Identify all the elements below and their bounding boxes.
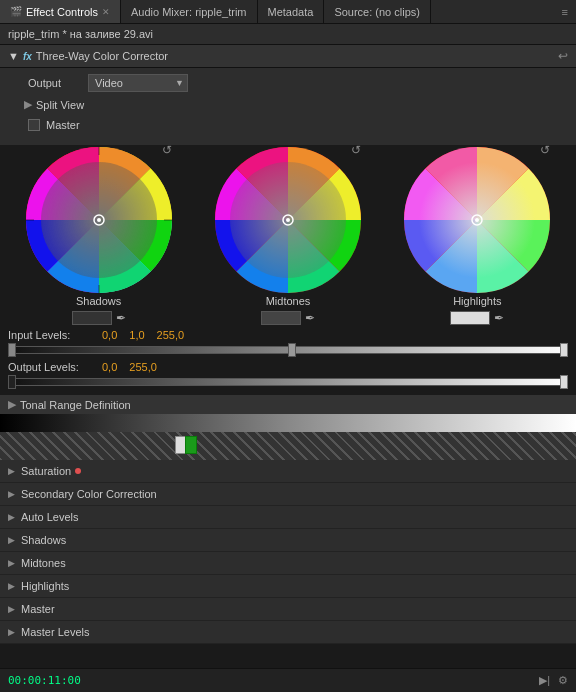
input-levels-label: Input Levels: (8, 329, 98, 341)
split-view-row[interactable]: ▶ Split View (8, 98, 568, 111)
effect-name: Three-Way Color Corrector (36, 50, 558, 62)
highlights-swatch-row: ✒ (450, 311, 504, 325)
master-checkbox[interactable] (28, 119, 40, 131)
master-levels-collapse-icon[interactable]: ▶ (8, 627, 15, 637)
midtones-color-swatch[interactable] (261, 311, 301, 325)
tab-menu-button[interactable]: ≡ (554, 6, 576, 18)
section-item-auto-levels[interactable]: ▶ Auto Levels (0, 506, 576, 529)
highlights-color-wheel[interactable] (402, 145, 552, 295)
section-item-shadows[interactable]: ▶ Shadows (0, 529, 576, 552)
master-section-label: Master (21, 603, 55, 615)
tonal-controls-strip[interactable] (0, 432, 576, 460)
tonal-handle-midtones-left[interactable] (185, 436, 197, 454)
input-handle-right[interactable] (560, 343, 568, 357)
tonal-range-header[interactable]: ▶ Tonal Range Definition (0, 395, 576, 414)
play-to-out-icon[interactable]: ▶| (539, 674, 550, 687)
auto-levels-label: Auto Levels (21, 511, 78, 523)
midtones-section-label: Midtones (21, 557, 66, 569)
section-item-master[interactable]: ▶ Master (0, 598, 576, 621)
midtones-swatch-row: ✒ (261, 311, 315, 325)
tonal-gradient-bar (0, 414, 576, 432)
midtones-eyedropper-icon[interactable]: ✒ (305, 311, 315, 325)
clip-file: на заливе 29.avi (70, 28, 153, 40)
tonal-range-section: ▶ Tonal Range Definition (0, 395, 576, 460)
input-handle-left[interactable] (8, 343, 16, 357)
output-levels-row: Output Levels: 0,0 255,0 (8, 361, 568, 373)
section-item-highlights[interactable]: ▶ Highlights (0, 575, 576, 598)
saturation-dot (75, 468, 81, 474)
midtones-color-wheel[interactable] (213, 145, 363, 295)
input-level-0[interactable]: 0,0 (102, 329, 117, 341)
tab-label-source: Source: (no clips) (334, 6, 420, 18)
master-levels-section-label: Master Levels (21, 626, 89, 638)
shadows-wheel-label: Shadows (76, 295, 121, 307)
section-item-master-levels[interactable]: ▶ Master Levels (0, 621, 576, 644)
output-level-0[interactable]: 0,0 (102, 361, 117, 373)
shadows-section-label: Shadows (21, 534, 66, 546)
output-levels-values: 0,0 255,0 (102, 361, 157, 373)
bottom-bar: 00:00:11:00 ▶| ⚙ (0, 668, 576, 692)
timecode-display: 00:00:11:00 (8, 674, 81, 687)
tab-close-effect-controls[interactable]: ✕ (102, 7, 110, 17)
output-level-1[interactable]: 255,0 (129, 361, 157, 373)
output-handle-left[interactable] (8, 375, 16, 389)
tonal-collapse-icon[interactable]: ▶ (8, 398, 16, 411)
highlights-section-label: Highlights (21, 580, 69, 592)
output-select[interactable]: Video Luma Composite (88, 74, 188, 92)
effect-reset-button[interactable]: ↩ (558, 49, 568, 63)
clip-header: ripple_trim * на заливе 29.avi (0, 24, 576, 45)
midtones-wheel-reset[interactable]: ↺ (351, 143, 361, 157)
input-level-2[interactable]: 255,0 (157, 329, 185, 341)
master-checkbox-row: Master (8, 119, 568, 131)
section-item-saturation[interactable]: ▶ Saturation (0, 460, 576, 483)
shadows-color-swatch[interactable] (72, 311, 112, 325)
midtones-wheel-label: Midtones (266, 295, 311, 307)
split-view-label: Split View (36, 99, 84, 111)
midtones-wheel-group: ↺ (208, 145, 368, 325)
shadows-collapse-icon[interactable]: ▶ (8, 535, 15, 545)
highlights-color-swatch[interactable] (450, 311, 490, 325)
output-handle-right[interactable] (560, 375, 568, 389)
tab-source[interactable]: Source: (no clips) (324, 0, 431, 23)
saturation-collapse-icon[interactable]: ▶ (8, 466, 15, 476)
settings-icon[interactable]: ⚙ (558, 674, 568, 687)
svg-point-13 (286, 218, 290, 222)
output-label: Output (28, 77, 88, 89)
highlights-wheel-reset[interactable]: ↺ (540, 143, 550, 157)
auto-levels-collapse-icon[interactable]: ▶ (8, 512, 15, 522)
tab-audio-mixer[interactable]: Audio Mixer: ripple_trim (121, 0, 258, 23)
shadows-color-wheel[interactable] (24, 145, 174, 295)
midtones-collapse-icon[interactable]: ▶ (8, 558, 15, 568)
color-wheels-container: ↺ (0, 145, 576, 325)
highlights-collapse-icon[interactable]: ▶ (8, 581, 15, 591)
split-view-collapse[interactable]: ▶ (24, 98, 32, 111)
controls-area: Output Video Luma Composite ▼ ▶ Split Vi… (0, 68, 576, 145)
clip-name: ripple_trim (8, 28, 59, 40)
tonal-range-label: Tonal Range Definition (20, 399, 131, 411)
input-handle-mid[interactable] (288, 343, 296, 357)
levels-section: Input Levels: 0,0 1,0 255,0 Output Level… (0, 329, 576, 389)
input-levels-row: Input Levels: 0,0 1,0 255,0 (8, 329, 568, 341)
highlights-eyedropper-icon[interactable]: ✒ (494, 311, 504, 325)
output-slider[interactable] (8, 375, 568, 389)
input-levels-values: 0,0 1,0 255,0 (102, 329, 184, 341)
input-level-1[interactable]: 1,0 (129, 329, 144, 341)
input-slider[interactable] (8, 343, 568, 357)
highlights-wheel-group: ↺ H (397, 145, 557, 325)
tab-effect-controls[interactable]: 🎬 Effect Controls ✕ (0, 0, 121, 23)
fx-icon: fx (23, 51, 32, 62)
effect-header: ▼ fx Three-Way Color Corrector ↩ (0, 45, 576, 68)
master-label: Master (46, 119, 80, 131)
tab-metadata[interactable]: Metadata (258, 0, 325, 23)
midtones-wheel-outer: ↺ (213, 145, 363, 295)
shadows-eyedropper-icon[interactable]: ✒ (116, 311, 126, 325)
master-collapse-icon[interactable]: ▶ (8, 604, 15, 614)
section-item-secondary-color[interactable]: ▶ Secondary Color Correction (0, 483, 576, 506)
effect-collapse-button[interactable]: ▼ (8, 50, 19, 62)
secondary-color-collapse-icon[interactable]: ▶ (8, 489, 15, 499)
output-row: Output Video Luma Composite ▼ (8, 74, 568, 92)
shadows-wheel-reset[interactable]: ↺ (162, 143, 172, 157)
tab-label-audio-mixer: Audio Mixer: ripple_trim (131, 6, 247, 18)
effect-controls-icon: 🎬 (10, 6, 22, 17)
section-item-midtones[interactable]: ▶ Midtones (0, 552, 576, 575)
